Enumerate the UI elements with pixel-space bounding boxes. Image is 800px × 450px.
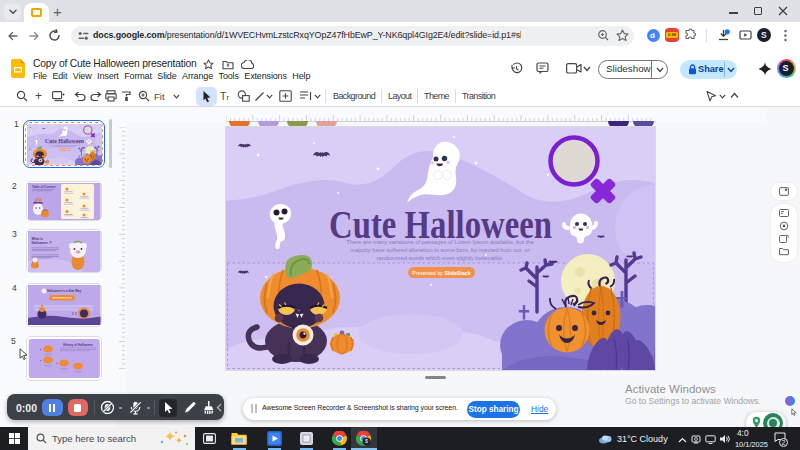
svg-text:History of Halloween: History of Halloween <box>63 343 93 347</box>
svg-text:What is: What is <box>32 237 44 241</box>
svg-text:S: S <box>365 439 368 444</box>
svg-text:Halloween..?: Halloween..? <box>32 241 52 245</box>
svg-text:Halloween is a Star Way: Halloween is a Star Way <box>47 288 82 292</box>
svg-text:Table of Content: Table of Content <box>32 184 55 188</box>
